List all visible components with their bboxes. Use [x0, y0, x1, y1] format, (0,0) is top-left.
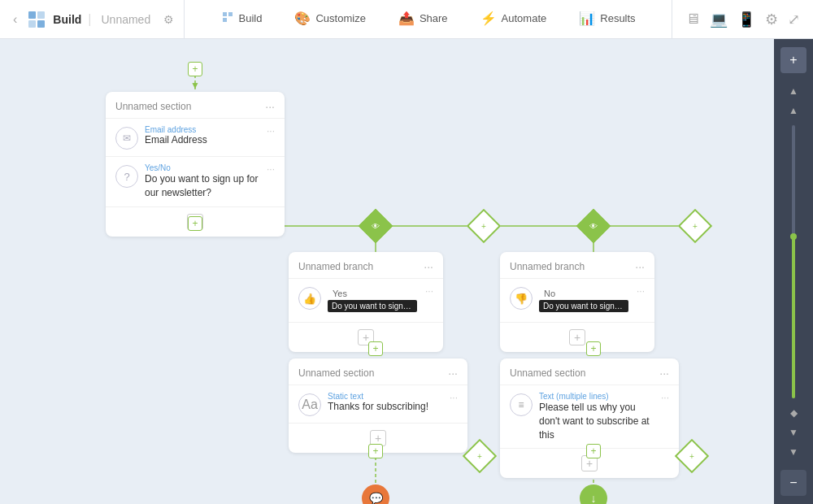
zoom-handle[interactable] [790, 233, 797, 240]
section-yes-item-menu[interactable]: ··· [450, 392, 458, 403]
branch-yes-content: Yes Do you want to sign up for our [328, 285, 419, 315]
email-item-menu[interactable]: ··· [267, 125, 275, 137]
branch-yes-item[interactable]: 👍 Yes Do you want to sign up for our ··· [289, 278, 443, 322]
canvas: + ▼ Unnamed section ··· ✉ Email address … [0, 39, 813, 504]
zoom-up-button-2[interactable]: ▲ [780, 102, 806, 119]
right-panel: + ▲ ▲ ◆ ▼ ▼ − [774, 39, 813, 504]
branch-yes-title: Unnamed branch [298, 261, 373, 272]
share-nav-icon: 📤 [398, 11, 415, 26]
nav-automate[interactable]: ⚡ Automate [464, 0, 563, 38]
mobile-icon[interactable]: 📱 [737, 11, 755, 28]
desktop-icon[interactable]: 🖥 [685, 11, 700, 28]
top-down-arrow: ▼ [190, 80, 200, 91]
branch-no-connector[interactable]: + [586, 341, 601, 356]
yes-badge: Yes [328, 288, 352, 299]
email-item-label: Email address [145, 125, 260, 134]
chat-icon: 💬 [369, 492, 383, 504]
branch-yes-connector[interactable]: + [368, 341, 383, 356]
branch-no-header: Unnamed branch ··· [500, 252, 654, 278]
yesno-icon: ? [115, 165, 138, 188]
main-section-card: Unnamed section ··· ✉ Email address Emai… [106, 92, 285, 237]
section-no-item-value: Please tell us why you don't want to sub… [539, 401, 654, 441]
zoom-controls: ▲ ▲ ◆ ▼ ▼ [780, 80, 806, 463]
diamond-condition-3[interactable]: 👁 [576, 209, 611, 243]
branch-no-footer: + [500, 322, 654, 352]
section-yes-bottom-diamond[interactable]: + [463, 439, 497, 473]
yesno-item-content: Yes/No Do you want to sign up for our ne… [145, 163, 260, 200]
nav-results[interactable]: 📊 Results [563, 0, 651, 38]
section-yes-item-value: Thanks for subscribing! [328, 401, 443, 412]
expand-icon[interactable]: ⤢ [788, 11, 800, 28]
results-nav-icon: 📊 [579, 11, 595, 26]
form-settings-icon[interactable]: ⚙ [163, 13, 174, 26]
diamond-add-4[interactable]: + [678, 209, 712, 243]
diamond-add-2[interactable]: + [467, 209, 501, 243]
nav-customize[interactable]: 🎨 Customize [278, 0, 381, 38]
section-no-item[interactable]: ≡ Text (multiple lines) Please tell us w… [500, 385, 679, 448]
zoom-down-button[interactable]: ▼ [780, 424, 806, 441]
yesno-item-menu[interactable]: ··· [267, 163, 275, 175]
nav-share[interactable]: 📤 Share [382, 0, 464, 38]
section-no-header: Unnamed section ··· [500, 358, 679, 385]
section-no-item-label: Text (multiple lines) [539, 392, 654, 401]
plus-section-no-diamond: + [689, 452, 694, 461]
section-yes-item[interactable]: Aa Static text Thanks for subscribing! ·… [289, 385, 467, 423]
zoom-center-button[interactable]: ◆ [780, 405, 806, 421]
back-button[interactable]: ‹ [10, 9, 20, 30]
multiline-text-icon: ≡ [510, 393, 533, 416]
thumbs-down-icon: 👎 [510, 287, 533, 310]
svg-rect-3 [37, 20, 45, 28]
form-title[interactable]: Unnamed [101, 13, 150, 26]
zoom-down-button-2[interactable]: ▼ [780, 444, 806, 460]
branch-no-item[interactable]: 👎 No Do you want to sign up for our ··· [500, 278, 654, 322]
branch-no-content: No Do you want to sign up for our [539, 285, 630, 315]
plus-diamond-icon-2: + [481, 222, 486, 231]
section-no-item-menu[interactable]: ··· [661, 392, 669, 403]
branch-yes-item-menu[interactable]: ··· [425, 285, 433, 297]
branch-no-add-button[interactable]: + [569, 329, 585, 345]
branch-yes-footer: + [289, 322, 443, 352]
zoom-up-button[interactable]: ▲ [780, 83, 806, 99]
section-no-title: Unnamed section [510, 367, 585, 379]
header-left: ‹ Build | Unnamed ⚙ [0, 0, 185, 38]
panel-minus-button[interactable]: − [780, 470, 806, 496]
svg-rect-0 [28, 11, 36, 19]
main-section-menu[interactable]: ··· [265, 100, 275, 113]
section-no-connector[interactable]: + [586, 444, 601, 458]
build-nav-icon [221, 11, 234, 27]
build-logo-icon [27, 10, 46, 29]
below-main-add-button[interactable]: + [188, 216, 202, 231]
top-add-button[interactable]: + [188, 62, 202, 76]
automate-nav-icon: ⚡ [480, 11, 497, 26]
panel-minus-icon: − [789, 476, 797, 490]
section-no-bottom-diamond[interactable]: + [675, 439, 709, 473]
customize-nav-icon: 🎨 [294, 11, 311, 26]
thumbs-up-icon: 👍 [298, 287, 321, 310]
branch-no-item-menu[interactable]: ··· [637, 285, 645, 297]
branch-no-menu[interactable]: ··· [635, 260, 645, 273]
email-field-item[interactable]: ✉ Email address Email Address ··· [106, 118, 285, 156]
text-icon: Aa [298, 393, 321, 416]
header-right: 🖥 💻 📱 ⚙ ⤢ [672, 0, 813, 38]
yesno-item-label: Yes/No [145, 163, 260, 172]
branch-yes-header: Unnamed branch ··· [289, 252, 443, 278]
terminal-end-node[interactable]: ↓ [580, 484, 607, 504]
panel-add-button[interactable]: + [780, 47, 806, 73]
branch-yes-menu[interactable]: ··· [424, 260, 433, 273]
main-section-title: Unnamed section [115, 101, 191, 112]
settings-icon[interactable]: ⚙ [765, 11, 778, 28]
section-yes-connector[interactable]: + [368, 444, 383, 458]
nav-build[interactable]: Build [205, 0, 279, 38]
section-yes-menu[interactable]: ··· [448, 367, 458, 380]
section-yes-item-content: Static text Thanks for subscribing! [328, 392, 443, 412]
tablet-icon[interactable]: 💻 [710, 11, 728, 28]
section-yes-card: Unnamed section ··· Aa Static text Thank… [289, 358, 467, 453]
diamond-condition-1[interactable]: 👁 [359, 209, 393, 243]
no-condition: Do you want to sign up for our [539, 300, 628, 312]
section-no-menu[interactable]: ··· [659, 367, 669, 380]
svg-rect-1 [37, 11, 45, 19]
terminal-chat-node[interactable]: 💬 [362, 484, 389, 504]
yesno-field-item[interactable]: ? Yes/No Do you want to sign up for our … [106, 156, 285, 206]
email-item-value: Email Address [145, 134, 260, 146]
panel-plus-icon: + [789, 53, 797, 67]
